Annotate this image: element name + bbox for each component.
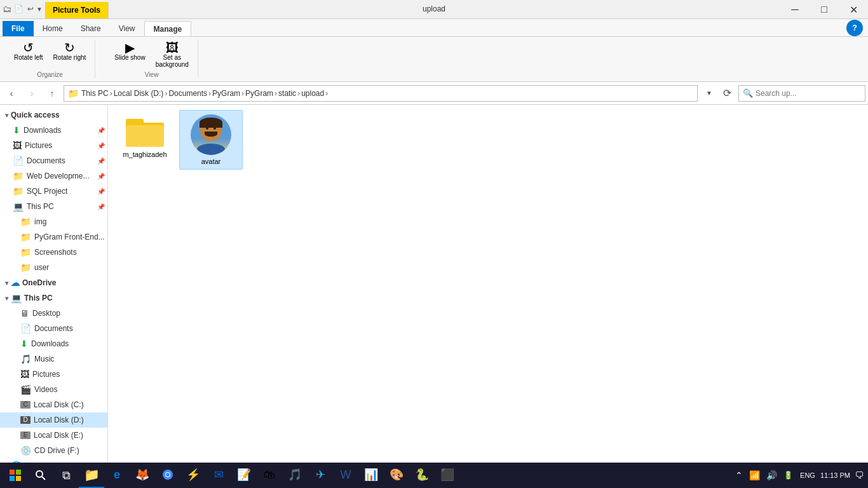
rotate-right-icon: ↻	[64, 41, 75, 54]
tray-battery[interactable]: 🔋	[782, 471, 795, 480]
tray-arrow[interactable]: ⌃	[733, 470, 745, 480]
thispc-section-header[interactable]: ▾ 💻 This PC	[0, 290, 107, 306]
start-button[interactable]	[3, 463, 28, 488]
sidebar-item-user-qa[interactable]: 📁 user	[0, 260, 107, 275]
sidebar-item-cd-f[interactable]: 💿 CD Drive (F:)	[0, 443, 107, 458]
close-button[interactable]: ✕	[839, 0, 868, 19]
tray-network[interactable]: 📶	[747, 470, 762, 480]
path-documents[interactable]: Documents	[168, 89, 207, 98]
sidebar-item-pygram-qa[interactable]: 📁 PyGram Front-End...	[0, 229, 107, 245]
tray-volume[interactable]: 🔊	[764, 470, 779, 480]
avatar-thumbnail	[191, 114, 231, 155]
cd-f-icon: 💿	[20, 445, 31, 456]
rotate-left-btn[interactable]: ↺ Rotate left	[10, 40, 47, 62]
taskbar-app-vscode[interactable]: ⬛	[435, 463, 460, 488]
sidebar-item-local-c[interactable]: C Local Disk (C:)	[0, 397, 107, 412]
sidebar-item-local-d[interactable]: D Local Disk (D:)	[0, 412, 107, 428]
picture-tools-tab[interactable]: Picture Tools	[45, 2, 109, 18]
path-upload[interactable]: upload	[301, 89, 324, 98]
local-e-label: Local Disk (E:)	[34, 431, 83, 440]
taskbar-app-telegram[interactable]: ✈	[308, 463, 333, 488]
search-button[interactable]	[28, 463, 53, 488]
qat-dropdown[interactable]: ▼	[36, 6, 43, 13]
refresh-button[interactable]: ⟳	[718, 85, 736, 102]
pictures-qa-pin: 📌	[97, 142, 105, 149]
quick-access-header[interactable]: ▾ Quick access	[0, 107, 107, 123]
file-item-m-taghizadeh[interactable]: m_taghizadeh	[113, 110, 177, 170]
search-input[interactable]	[756, 89, 861, 98]
sidebar-item-documents-qa[interactable]: 📄 Documents 📌	[0, 153, 107, 168]
up-button[interactable]: ↑	[43, 85, 61, 102]
svg-point-15	[36, 471, 43, 477]
sidebar-item-music[interactable]: 🎵 Music	[0, 351, 107, 367]
address-path[interactable]: 📁 This PC › Local Disk (D:) › Documents …	[64, 85, 698, 102]
set-background-btn[interactable]: 🖼 Set asbackground	[152, 40, 193, 69]
sidebar-item-thispc-qa[interactable]: 💻 This PC 📌	[0, 199, 107, 214]
sidebar-item-pictures[interactable]: 🖼 Pictures	[0, 367, 107, 382]
sidebar-item-videos[interactable]: 🎬 Videos	[0, 382, 107, 397]
qat-undo[interactable]: ↩	[26, 4, 35, 13]
taskbar-app-explorer[interactable]: 📁	[79, 463, 104, 488]
sidebar-item-desktop[interactable]: 🖥 Desktop	[0, 306, 107, 321]
documents-icon: 📄	[20, 323, 31, 334]
taskbar-app-chrome[interactable]	[155, 463, 180, 488]
tab-share[interactable]: Share	[72, 21, 110, 36]
svg-rect-12	[16, 470, 21, 475]
minimize-button[interactable]: ─	[780, 0, 810, 19]
forward-button[interactable]: ›	[23, 85, 41, 102]
sidebar-item-img-qa[interactable]: 📁 img	[0, 214, 107, 229]
back-button[interactable]: ‹	[3, 85, 20, 102]
taskbar-app-edge[interactable]: e	[104, 463, 130, 488]
taskbar-app-paint[interactable]: 🎨	[384, 463, 409, 488]
sidebar-item-downloads-qa[interactable]: ⬇ Downloads 📌	[0, 123, 107, 138]
slideshow-icon: ▶	[125, 41, 135, 54]
dropdown-path-button[interactable]: ▼	[700, 85, 718, 102]
taskbar-app-store[interactable]: 🛍	[257, 463, 282, 488]
path-pygram2[interactable]: PyGram	[245, 89, 273, 98]
rotate-right-btn[interactable]: ↻ Rotate right	[50, 40, 90, 62]
task-view-button[interactable]: ⧉	[53, 463, 79, 488]
tab-view[interactable]: View	[110, 21, 144, 36]
sidebar-item-pictures-qa[interactable]: 🖼 Pictures 📌	[0, 138, 107, 153]
downloads-qa-label: Downloads	[24, 126, 61, 135]
tab-home[interactable]: Home	[34, 21, 72, 36]
taskbar-app-firefox[interactable]: 🦊	[130, 463, 155, 488]
rotate-left-icon: ↺	[23, 41, 34, 54]
taskbar-clock[interactable]: 11:13 PM	[820, 471, 850, 480]
taskbar-vscode-icon: ⬛	[440, 468, 454, 482]
sidebar-item-documents[interactable]: 📄 Documents	[0, 321, 107, 336]
taskbar-app-flash[interactable]: ⚡	[180, 463, 206, 488]
qat-new[interactable]: 📄	[13, 4, 25, 13]
svg-point-19	[166, 473, 170, 477]
tray-language[interactable]: ENG	[797, 471, 818, 479]
downloads-icon: ⬇	[20, 339, 28, 349]
file-item-avatar[interactable]: avatar	[179, 110, 243, 170]
sidebar-item-sql-qa[interactable]: 📁 SQL Project 📌	[0, 184, 107, 199]
sidebar-item-downloads[interactable]: ⬇ Downloads	[0, 336, 107, 351]
thispc-section-icon: 💻	[11, 293, 22, 303]
address-bar: ‹ › ↑ 📁 This PC › Local Disk (D:) › Docu…	[0, 82, 868, 105]
taskbar-app-music[interactable]: 🎵	[282, 463, 308, 488]
notification-icon[interactable]: 🗨	[853, 470, 865, 480]
search-box[interactable]: 🔍	[738, 85, 865, 102]
slide-show-btn[interactable]: ▶ Slide show	[111, 40, 149, 69]
sidebar-item-screenshots-qa[interactable]: 📁 Screenshots	[0, 245, 107, 260]
taskbar-app-notes[interactable]: 📝	[231, 463, 257, 488]
help-button[interactable]: ?	[846, 20, 863, 36]
path-pygram1[interactable]: PyGram	[212, 89, 240, 98]
sidebar-item-local-e[interactable]: E Local Disk (E:)	[0, 428, 107, 443]
tab-manage[interactable]: Manage	[144, 21, 192, 36]
path-static[interactable]: static	[278, 89, 296, 98]
taskbar-app-sheets[interactable]: 📊	[358, 463, 384, 488]
tab-file[interactable]: File	[3, 21, 34, 36]
taskbar-app-python[interactable]: 🐍	[409, 463, 435, 488]
taskbar-flash-icon: ⚡	[186, 468, 200, 482]
onedrive-header[interactable]: ▾ ☁ OneDrive	[0, 275, 107, 290]
ribbon-group-label-rotate: Organize	[37, 71, 63, 78]
taskbar-app-mail[interactable]: ✉	[206, 463, 231, 488]
path-thispc[interactable]: This PC	[81, 89, 109, 98]
path-locald[interactable]: Local Disk (D:)	[114, 89, 164, 98]
sidebar-item-webdev-qa[interactable]: 📁 Web Developme... 📌	[0, 168, 107, 184]
taskbar-app-word[interactable]: W	[333, 463, 358, 488]
maximize-button[interactable]: □	[810, 0, 839, 19]
